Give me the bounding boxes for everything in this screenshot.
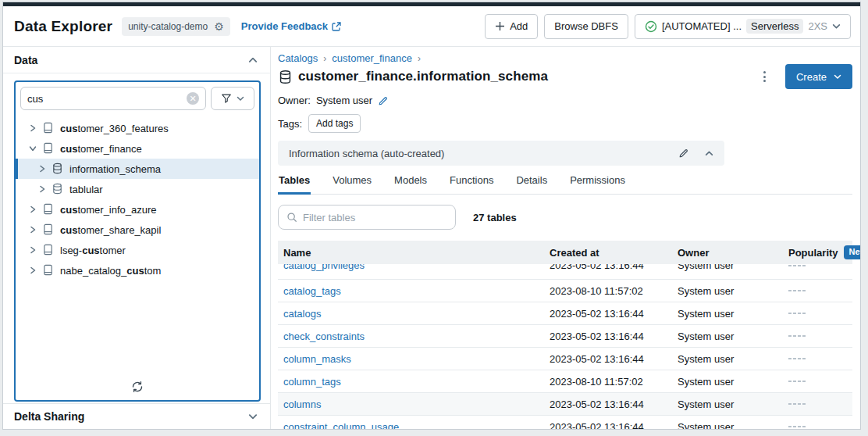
catalog-icon [42, 203, 55, 216]
breadcrumb-link[interactable]: customer_finance [332, 52, 412, 64]
breadcrumb: Catalogs›customer_finance› [278, 52, 852, 64]
table-row[interactable]: catalog_tags2023-08-10 11:57:02System us… [278, 280, 852, 302]
table-name-link[interactable]: catalogs [283, 308, 321, 320]
tree-item[interactable]: lseg-customer [16, 240, 259, 260]
catalog-search-box[interactable]: ✕ [20, 87, 206, 110]
tab-details[interactable]: Details [515, 174, 548, 194]
filter-dropdown-button[interactable] [211, 87, 254, 110]
column-header[interactable]: PopularityNew [788, 245, 860, 259]
table-row[interactable]: check_constraints2023-05-02 13:16:44Syst… [278, 325, 852, 348]
table-row[interactable]: column_masks2023-05-02 13:16:44System us… [278, 348, 852, 370]
comment-banner: Information schema (auto-created) [278, 141, 724, 166]
popularity-sparkline-placeholder [788, 313, 852, 314]
table-row[interactable]: column_tags2023-08-10 11:57:02System use… [278, 370, 852, 393]
chevron-right-icon[interactable] [27, 205, 39, 213]
table-row[interactable]: columns2023-05-02 13:16:44System user [278, 393, 852, 416]
tree-item-label: customer_360_features [60, 123, 169, 134]
workspace-badge[interactable]: unity-catalog-demo ⚙ [122, 17, 230, 36]
external-link-icon [332, 22, 341, 31]
tab-tables[interactable]: Tables [278, 174, 311, 195]
chevron-right-icon[interactable] [27, 226, 39, 234]
filter-tables-box[interactable] [278, 205, 456, 230]
clear-search-icon[interactable]: ✕ [187, 92, 199, 105]
table-name-link[interactable]: constraint_column_usage [283, 421, 399, 430]
browse-dbfs-button[interactable]: Browse DBFS [544, 14, 628, 39]
cluster-selector[interactable]: [AUTOMATED] ... Serverless 2XS [635, 14, 851, 39]
tree-item[interactable]: customer_share_kapil [16, 220, 259, 240]
owner-cell: System user [678, 398, 788, 410]
tree-item[interactable]: nabe_catalog_custom [16, 260, 259, 281]
owner-cell: System user [678, 264, 788, 271]
tab-functions[interactable]: Functions [449, 174, 494, 194]
created-at-cell: 2023-05-02 13:16:44 [550, 398, 678, 410]
chevron-down-icon[interactable] [27, 145, 39, 152]
tree-item-label: lseg-customer [60, 245, 126, 256]
table-name-link[interactable]: check_constraints [283, 331, 365, 342]
chevron-down-icon [237, 95, 244, 102]
table-row[interactable]: catalogs2023-05-02 13:16:44System user [278, 302, 852, 325]
table-name-link[interactable]: columns [283, 398, 321, 410]
filter-tables-input[interactable] [303, 212, 447, 223]
create-button[interactable]: Create [785, 64, 852, 89]
refresh-icon[interactable] [131, 381, 144, 393]
data-section-header[interactable]: Data [3, 47, 270, 73]
workspace-badge-label: unity-catalog-demo [128, 21, 208, 32]
cluster-name: [AUTOMATED] ... [662, 20, 742, 32]
tree-item[interactable]: tablular [16, 179, 259, 199]
tree-item[interactable]: customer_360_features [16, 118, 259, 138]
breadcrumb-link[interactable]: Catalogs [278, 52, 318, 64]
chevron-down-icon[interactable] [248, 412, 258, 421]
tab-models[interactable]: Models [393, 174, 428, 194]
tab-volumes[interactable]: Volumes [332, 174, 372, 194]
gear-icon[interactable]: ⚙ [214, 21, 224, 32]
table-row[interactable]: catalog_privileges2023-05-02 13:16:44Sys… [278, 264, 852, 280]
tables-count: 27 tables [473, 212, 517, 223]
column-header[interactable]: Name [278, 247, 550, 259]
table-name-link[interactable]: catalog_privileges [283, 264, 365, 271]
add-tags-button[interactable]: Add tags [308, 114, 361, 133]
schema-icon [52, 163, 64, 175]
collapse-banner-icon[interactable] [705, 149, 713, 158]
tab-permissions[interactable]: Permissions [569, 174, 626, 194]
tree-item[interactable]: information_schema [16, 159, 259, 179]
check-circle-icon [645, 20, 657, 33]
chevron-right-icon[interactable] [27, 124, 39, 132]
tags-row: Tags: Add tags [278, 114, 852, 133]
chevron-right-icon[interactable] [36, 185, 48, 193]
chevron-right-icon[interactable] [27, 266, 39, 274]
breadcrumb-separator-icon: › [418, 53, 421, 64]
tree-item[interactable]: customer_info_azure [16, 199, 259, 220]
chevron-right-icon[interactable] [27, 246, 39, 254]
cluster-mode-chip: Serverless [746, 19, 803, 34]
funnel-icon [221, 93, 232, 104]
schema-icon [278, 70, 293, 84]
created-at-cell: 2023-05-02 13:16:44 [550, 264, 678, 271]
provide-feedback-link[interactable]: Provide Feedback [241, 20, 341, 32]
catalog-browser-panel: ✕ customer_360_featurescustomer_financei… [14, 80, 261, 402]
more-actions-button[interactable] [756, 67, 774, 86]
owner-cell: System user [678, 353, 788, 365]
owner-cell: System user [678, 308, 788, 320]
created-at-cell: 2023-05-02 13:16:44 [550, 421, 678, 430]
add-button[interactable]: Add [485, 14, 538, 39]
table-row[interactable]: constraint_column_usage2023-05-02 13:16:… [278, 416, 852, 429]
comment-banner-text: Information schema (auto-created) [289, 148, 444, 159]
delta-sharing-section[interactable]: Delta Sharing [3, 403, 270, 429]
edit-comment-icon[interactable] [678, 148, 689, 159]
table-name-link[interactable]: column_masks [283, 353, 351, 365]
catalog-search-input[interactable] [27, 93, 187, 105]
edit-owner-icon[interactable] [378, 95, 389, 106]
column-header[interactable]: Created at [550, 247, 678, 259]
schema-icon [52, 183, 64, 195]
provide-feedback-label: Provide Feedback [241, 20, 328, 32]
tree-item[interactable]: customer_finance [16, 138, 259, 159]
table-name-link[interactable]: column_tags [283, 376, 341, 388]
chevron-up-icon[interactable] [248, 55, 258, 65]
column-header[interactable]: Owner [678, 247, 788, 259]
chevron-right-icon[interactable] [36, 165, 48, 173]
chevron-down-icon [832, 22, 841, 30]
entity-title: customer_finance.information_schema [298, 69, 548, 84]
table-name-link[interactable]: catalog_tags [283, 285, 341, 297]
tree-item-label: customer_finance [60, 143, 142, 155]
tree-item-label: nabe_catalog_custom [60, 265, 161, 277]
